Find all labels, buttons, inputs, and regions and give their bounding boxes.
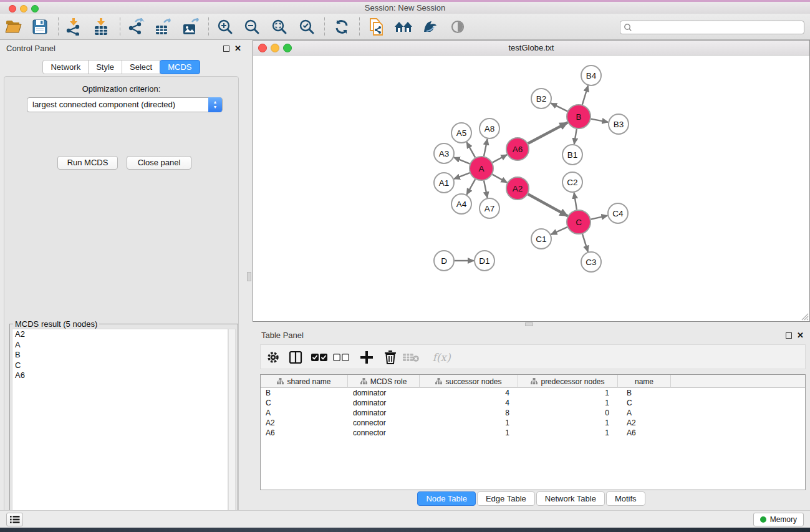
edge-A-A7[interactable] bbox=[484, 181, 488, 198]
edge-A-A2[interactable] bbox=[493, 175, 508, 183]
resize-grip-icon[interactable] bbox=[801, 313, 809, 321]
close-panel-icon[interactable]: ✕ bbox=[234, 44, 241, 53]
table-row[interactable]: Cdominator41C bbox=[261, 398, 805, 408]
horizontal-split-handle[interactable] bbox=[525, 322, 533, 326]
result-item[interactable]: A6 bbox=[12, 370, 228, 381]
edge-A-A4[interactable] bbox=[466, 179, 475, 195]
node-A8[interactable]: A8 bbox=[480, 118, 499, 138]
column-header-shared-name[interactable]: shared name bbox=[261, 375, 348, 388]
column-header-MCDS-role[interactable]: MCDS role bbox=[348, 375, 420, 388]
import-network-icon[interactable] bbox=[62, 16, 85, 38]
memory-button[interactable]: Memory bbox=[753, 513, 804, 526]
node-B2[interactable]: B2 bbox=[531, 89, 551, 109]
node-A[interactable]: A bbox=[470, 157, 493, 180]
table-cell[interactable]: B bbox=[618, 388, 671, 398]
edge-C-C3[interactable] bbox=[582, 234, 588, 252]
zoom-selected-icon[interactable] bbox=[296, 16, 318, 38]
node-A7[interactable]: A7 bbox=[480, 198, 499, 218]
column-header-name[interactable]: name bbox=[618, 375, 671, 388]
node-A5[interactable]: A5 bbox=[451, 123, 471, 143]
import-table-icon[interactable] bbox=[90, 16, 112, 38]
tab-network[interactable]: Network bbox=[42, 60, 89, 74]
table-cell[interactable]: A bbox=[261, 408, 348, 418]
node-C1[interactable]: C1 bbox=[531, 229, 551, 249]
birdseye-icon[interactable] bbox=[419, 16, 441, 38]
refresh-icon[interactable] bbox=[330, 16, 353, 38]
table-cell[interactable]: dominator bbox=[348, 408, 420, 418]
result-item[interactable]: B bbox=[12, 350, 228, 360]
edge-A-A1[interactable] bbox=[454, 173, 470, 179]
zoom-out-icon[interactable] bbox=[241, 16, 263, 38]
node-B1[interactable]: B1 bbox=[562, 145, 582, 165]
float-panel-icon[interactable] bbox=[786, 332, 792, 339]
gear-icon[interactable] bbox=[264, 349, 282, 366]
tab-edge-table[interactable]: Edge Table bbox=[477, 491, 535, 506]
node-D1[interactable]: D1 bbox=[475, 251, 494, 271]
network-canvas[interactable]: B4B2BB3A5A8A6B1A3AA1C2A2A4A7C4CC1C3DD1 bbox=[253, 56, 809, 321]
table-row[interactable]: Bdominator41B bbox=[261, 388, 805, 398]
edge-C-C1[interactable] bbox=[551, 227, 567, 235]
table-cell[interactable]: 4 bbox=[420, 388, 518, 398]
table-cell[interactable]: 1 bbox=[420, 418, 518, 428]
result-scrollbar[interactable] bbox=[228, 329, 236, 532]
table-cell[interactable]: 1 bbox=[420, 428, 518, 438]
edge-C-C2[interactable] bbox=[574, 193, 577, 210]
table-row[interactable]: A6connector11A6 bbox=[261, 428, 805, 438]
node-A4[interactable]: A4 bbox=[451, 194, 471, 214]
edge-B-B1[interactable] bbox=[574, 129, 577, 144]
select-all-icon[interactable] bbox=[311, 349, 328, 366]
table-row[interactable]: A2connector11A2 bbox=[261, 418, 805, 428]
column-header-predecessor-nodes[interactable]: predecessor nodes bbox=[518, 375, 618, 388]
table-cell[interactable]: A2 bbox=[618, 418, 671, 428]
node-D[interactable]: D bbox=[434, 251, 454, 271]
home-icon[interactable] bbox=[392, 16, 415, 38]
table-row[interactable]: Adominator80A bbox=[261, 408, 805, 418]
edge-A-A8[interactable] bbox=[484, 139, 488, 157]
result-item[interactable]: A2 bbox=[12, 329, 228, 340]
float-panel-icon[interactable] bbox=[223, 46, 229, 52]
columns-icon[interactable] bbox=[287, 349, 304, 366]
result-item[interactable]: C bbox=[12, 360, 228, 371]
mcds-result-list[interactable]: A2ABCA6 bbox=[12, 329, 228, 532]
export-image-icon[interactable] bbox=[179, 16, 201, 38]
criterion-dropdown[interactable]: largest connected component (directed) ▲… bbox=[27, 97, 223, 112]
add-icon[interactable] bbox=[358, 349, 375, 366]
edge-B-B2[interactable] bbox=[551, 103, 567, 111]
tab-select[interactable]: Select bbox=[122, 60, 160, 74]
edge-A-A3[interactable] bbox=[454, 157, 470, 163]
edge-A2-C[interactable] bbox=[528, 194, 568, 216]
tab-network-table[interactable]: Network Table bbox=[536, 491, 605, 506]
close-panel-button[interactable]: Close panel bbox=[127, 156, 191, 170]
edge-A6-B[interactable] bbox=[528, 122, 568, 143]
node-B4[interactable]: B4 bbox=[581, 65, 601, 85]
node-A3[interactable]: A3 bbox=[434, 143, 454, 163]
edge-C-C4[interactable] bbox=[591, 216, 608, 220]
edge-B-B4[interactable] bbox=[582, 85, 588, 105]
node-A2[interactable]: A2 bbox=[506, 177, 529, 200]
vertical-split-handle[interactable] bbox=[247, 272, 251, 281]
table-cell[interactable]: dominator bbox=[348, 388, 420, 398]
table-cell[interactable]: A6 bbox=[618, 428, 671, 438]
table-cell[interactable]: connector bbox=[348, 418, 420, 428]
tab-style[interactable]: Style bbox=[88, 60, 122, 74]
node-C2[interactable]: C2 bbox=[562, 172, 582, 192]
show-details-eye-icon[interactable] bbox=[446, 16, 469, 38]
node-A6[interactable]: A6 bbox=[506, 138, 529, 160]
table-cell[interactable]: C bbox=[261, 398, 348, 408]
table-cell[interactable]: dominator bbox=[348, 398, 420, 408]
table-cell[interactable]: 0 bbox=[518, 408, 618, 418]
zoom-in-icon[interactable] bbox=[214, 16, 236, 38]
edge-A-A5[interactable] bbox=[466, 142, 475, 158]
table-cell[interactable]: 4 bbox=[420, 398, 518, 408]
table-cell[interactable]: 8 bbox=[420, 408, 518, 418]
network-file-icon[interactable] bbox=[365, 16, 388, 38]
zoom-fit-icon[interactable] bbox=[268, 16, 291, 38]
table-cell[interactable]: C bbox=[618, 398, 671, 408]
deselect-all-icon[interactable] bbox=[332, 349, 350, 366]
table-cell[interactable]: A2 bbox=[261, 418, 348, 428]
close-panel-icon[interactable]: ✕ bbox=[797, 331, 804, 340]
column-header-successor-nodes[interactable]: successor nodes bbox=[420, 375, 518, 388]
table-cell[interactable]: A6 bbox=[261, 428, 348, 438]
table-cell[interactable]: 1 bbox=[518, 398, 618, 408]
node-A1[interactable]: A1 bbox=[434, 173, 454, 193]
